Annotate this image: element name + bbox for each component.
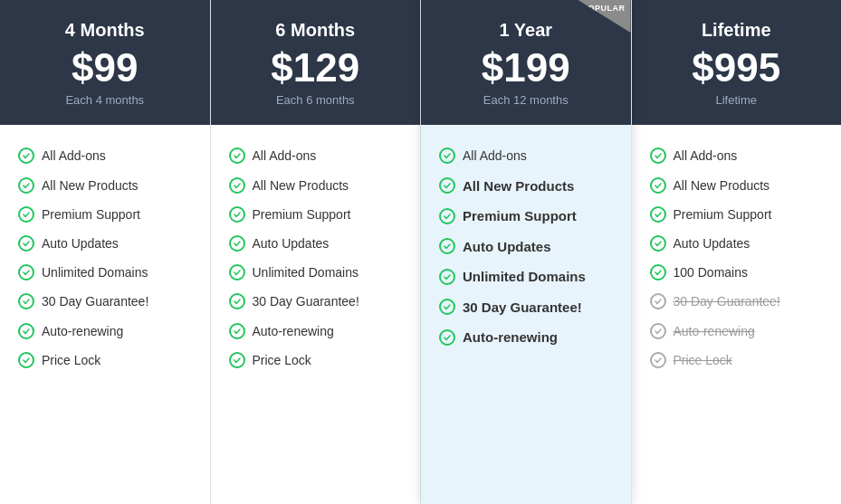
feature-item-price-lock: Price Lock (229, 346, 403, 375)
feature-item-unlimited-domains: Unlimited Domains (18, 258, 192, 287)
check-icon-new-products (650, 177, 666, 194)
plan-col-6months: 6 Months$129Each 6 months All Add-ons Al… (211, 0, 422, 504)
check-circle (650, 352, 666, 368)
check-icon-price-lock (650, 352, 666, 368)
plan-header-4months: 4 Months$99Each 4 months (0, 0, 210, 125)
feature-item-addons: All Add-ons (439, 141, 613, 170)
feature-item-price-lock: Price Lock (18, 346, 192, 375)
plan-period-4months: Each 4 months (18, 93, 192, 107)
feature-label-new-products: All New Products (253, 177, 349, 194)
check-circle (229, 293, 245, 309)
plan-features-4months: All Add-ons All New Products Premium Sup… (0, 125, 210, 504)
check-circle (439, 299, 455, 315)
feature-item-guarantee: 30 Day Guarantee! (439, 292, 613, 323)
feature-label-auto-updates: Auto Updates (463, 238, 551, 256)
feature-label-premium-support: Premium Support (674, 206, 772, 223)
feature-item-addons: All Add-ons (650, 141, 824, 170)
feature-label-auto-updates: Auto Updates (253, 235, 330, 252)
check-circle (650, 323, 666, 339)
feature-item-auto-renewing: Auto-renewing (439, 322, 613, 353)
check-icon-auto-renewing (18, 323, 34, 339)
plan-col-lifetime: Lifetime$995Lifetime All Add-ons All New… (632, 0, 842, 504)
check-circle (18, 206, 34, 223)
feature-label-price-lock: Price Lock (253, 352, 311, 368)
check-icon-new-products (439, 177, 455, 194)
pricing-table: 4 Months$99Each 4 months All Add-ons All… (0, 0, 841, 504)
feature-item-auto-updates: Auto Updates (439, 232, 613, 262)
check-icon-guarantee (229, 293, 245, 309)
feature-item-100-domains: 100 Domains (650, 258, 824, 287)
check-icon-premium-support (229, 206, 245, 223)
check-icon-new-products (229, 177, 245, 194)
plan-period-1year: Each 12 months (439, 93, 613, 107)
feature-item-price-lock: Price Lock (650, 346, 824, 375)
feature-label-premium-support: Premium Support (253, 206, 351, 223)
plan-features-lifetime: All Add-ons All New Products Premium Sup… (632, 125, 842, 504)
check-circle (229, 264, 245, 281)
feature-item-guarantee: 30 Day Guarantee! (229, 287, 403, 316)
plan-price-lifetime: $995 (650, 46, 824, 90)
check-icon-guarantee (439, 299, 455, 315)
check-circle (18, 264, 34, 281)
check-circle (439, 329, 455, 346)
check-circle (229, 352, 245, 368)
check-icon-price-lock (18, 352, 34, 368)
check-circle (439, 238, 455, 254)
feature-label-new-products: All New Products (674, 177, 770, 194)
plan-period-lifetime: Lifetime (650, 93, 824, 107)
feature-item-auto-renewing: Auto-renewing (650, 317, 824, 346)
check-circle (650, 293, 666, 309)
feature-label-auto-renewing: Auto-renewing (42, 323, 123, 339)
plan-price-4months: $99 (18, 46, 192, 90)
plan-col-1year: POPULAR1 Year$199Each 12 months All Add-… (421, 0, 632, 504)
check-circle (439, 208, 455, 224)
feature-label-unlimited-domains: Unlimited Domains (253, 264, 358, 281)
plan-price-6months: $129 (229, 46, 403, 90)
check-circle (650, 147, 666, 164)
feature-item-guarantee: 30 Day Guarantee! (18, 287, 192, 316)
feature-item-new-products: All New Products (439, 171, 613, 202)
feature-label-new-products: All New Products (463, 177, 574, 195)
plan-header-lifetime: Lifetime$995Lifetime (632, 0, 842, 125)
check-icon-auto-renewing (229, 323, 245, 339)
check-icon-guarantee (18, 293, 34, 309)
feature-label-premium-support: Premium Support (463, 207, 577, 225)
feature-label-auto-updates: Auto Updates (674, 235, 750, 252)
check-circle (18, 235, 34, 252)
plan-title-1year: 1 Year (439, 20, 613, 41)
feature-label-guarantee: 30 Day Guarantee! (253, 293, 359, 309)
feature-label-addons: All Add-ons (463, 147, 527, 164)
check-icon-premium-support (650, 206, 666, 223)
feature-label-auto-renewing: Auto-renewing (463, 328, 558, 347)
check-icon-price-lock (229, 352, 245, 368)
check-circle (18, 177, 34, 194)
check-icon-auto-updates (650, 235, 666, 252)
check-circle (18, 293, 34, 309)
feature-item-guarantee: 30 Day Guarantee! (650, 287, 824, 316)
check-circle (18, 323, 34, 339)
check-icon-auto-updates (439, 238, 455, 254)
check-circle (439, 147, 455, 164)
check-circle (18, 352, 34, 368)
check-icon-unlimited-domains (439, 269, 455, 285)
check-icon-premium-support (18, 206, 34, 223)
check-circle (650, 235, 666, 252)
check-icon-guarantee (650, 293, 666, 309)
plan-price-1year: $199 (439, 46, 613, 90)
check-circle (229, 235, 245, 252)
plan-title-6months: 6 Months (229, 20, 403, 41)
check-circle (650, 177, 666, 194)
check-circle (229, 177, 245, 194)
check-icon-auto-updates (229, 235, 245, 252)
feature-label-addons: All Add-ons (253, 147, 317, 164)
feature-label-price-lock: Price Lock (42, 352, 100, 368)
feature-label-auto-renewing: Auto-renewing (253, 323, 334, 339)
check-circle (229, 147, 245, 164)
feature-label-100-domains: 100 Domains (674, 264, 749, 281)
check-icon-addons (650, 147, 666, 164)
check-circle (229, 323, 245, 339)
feature-item-new-products: All New Products (229, 171, 403, 200)
check-icon-unlimited-domains (229, 264, 245, 281)
plan-period-6months: Each 6 months (229, 93, 403, 107)
feature-label-guarantee: 30 Day Guarantee! (463, 299, 582, 317)
